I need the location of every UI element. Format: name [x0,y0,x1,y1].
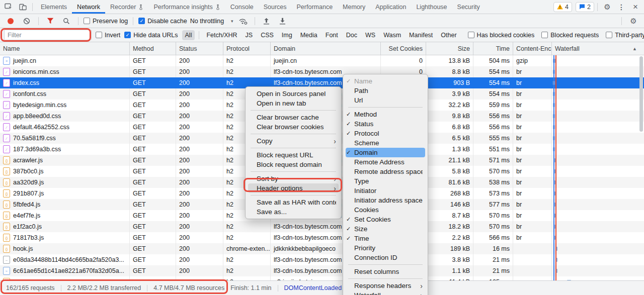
column-header-name[interactable]: Name [0,42,130,55]
preserve-log-checkbox[interactable]: Preserve log [84,18,128,25]
menu-item-copy[interactable]: Copy› [246,136,341,146]
invert-checkbox[interactable]: Invert [96,32,120,39]
throttling-dropdown[interactable]: No throttling ▾ [190,18,233,25]
column-header-domain[interactable]: Domain [271,42,381,55]
submenu-item-method[interactable]: ✓Method [343,110,428,119]
export-har-icon[interactable] [276,15,289,27]
submenu-item-connection-id[interactable]: Connection ID [343,253,428,262]
menu-item-header-options[interactable]: Header options› [248,183,339,193]
tab-security[interactable]: Security [452,0,485,14]
menu-item-clear-browser-cookies[interactable]: Clear browser cookies [246,122,341,132]
warnings-badge[interactable]: 4 [553,2,572,12]
network-settings-gear-icon[interactable]: ⚙ [627,15,640,27]
menu-item-save-as[interactable]: Save as... [246,207,341,217]
tab-elements[interactable]: Elements [36,0,72,14]
tab-network[interactable]: Network [72,0,105,14]
menu-item-open-in-new-tab[interactable]: Open in new tab [246,99,341,108]
column-header-set-cookies[interactable]: Set Cookies [381,42,426,55]
request-row[interactable]: ∕ionicons.min.cssGET200h2lf3-cdn-tos.byt… [0,66,644,77]
submenu-item-protocol[interactable]: ✓Protocol [343,129,428,138]
submenu-item-scheme[interactable]: Scheme [343,138,428,148]
menu-item-block-request-url[interactable]: Block request URL [246,150,341,160]
filter-type-other[interactable]: Other [438,30,459,40]
request-row[interactable]: {}hook.jsGET200chrome-exten...jdkknkkbeb… [0,243,644,254]
filter-funnel-icon[interactable] [44,15,57,27]
submenu-item-url[interactable]: Url [343,95,428,105]
submenu-item-remote-address[interactable]: Remote Address [343,157,428,167]
filter-type-manifest[interactable]: Manifest [406,30,436,40]
menu-item-open-in-sources-panel[interactable]: Open in Sources panel [246,89,341,99]
request-row[interactable]: ≡juejin.cnGET200h2juejin.cn013.8 kB504 m… [0,55,644,66]
filter-type-img[interactable]: Img [279,30,295,40]
submenu-item-status[interactable]: ✓Status [343,119,428,129]
submenu-item-type[interactable]: Type [343,176,428,186]
column-header-time[interactable]: Time [473,42,513,55]
submenu-item-waterfall[interactable]: Waterfall› [343,290,428,295]
checkbox-third-party-requests[interactable]: Third-party requests [606,32,644,39]
tab-memory[interactable]: Memory [338,0,370,14]
tab-performance[interactable]: Performance [292,0,338,14]
filter-input[interactable] [4,30,92,40]
tab-performance-insights[interactable]: Performance insights [148,0,225,14]
network-conditions-icon[interactable] [236,15,250,27]
submenu-item-response-headers[interactable]: Response headers› [343,281,428,290]
submenu-item-reset-columns[interactable]: Reset columns [343,267,428,276]
column-header-content-enc[interactable]: Content-Enc.. [513,42,552,55]
menu-item-save-all-as-har-with-content[interactable]: Save all as HAR with content [246,198,341,207]
menu-item-clear-browser-cache[interactable]: Clear browser cache [246,113,341,122]
clear-icon[interactable] [20,15,33,27]
column-header-protocol[interactable]: Protocol [223,42,271,55]
scrollbar-thumb[interactable] [639,56,643,132]
checkbox-blocked-requests[interactable]: Blocked requests [541,32,599,39]
issues-badge[interactable]: 2 [576,2,594,12]
filter-type-media[interactable]: Media [297,30,320,40]
submenu-item-remote-address-space[interactable]: Remote address space [343,167,428,176]
filter-type-css[interactable]: CSS [258,30,277,40]
inspect-element-icon[interactable] [2,1,15,13]
tab-recorder[interactable]: Recorder [105,0,148,14]
column-header-waterfall[interactable]: Waterfall▲ [552,42,644,55]
request-row[interactable]: {}GET200h2p3-juejin.byteimg.com11.4 kB12… [0,276,644,280]
kebab-menu-icon[interactable]: ⋮ [615,1,628,13]
search-icon[interactable] [60,15,73,27]
request-row[interactable]: ≈6c61ae65d1c41ae8221a670fa32d05a...GET20… [0,265,644,276]
menu-item-block-request-domain[interactable]: Block request domain [246,160,341,169]
submenu-item-priority[interactable]: Priority [343,243,428,253]
submenu-item-initiator[interactable]: Initiator [343,186,428,195]
column-header-status[interactable]: Status [176,42,223,55]
hide-data-urls-checkbox[interactable]: ✓ Hide data URLs [124,32,178,39]
tab-application[interactable]: Application [370,0,411,14]
disable-cache-checkbox[interactable]: ✓ Disable cache [138,18,187,25]
device-toolbar-icon[interactable] [16,1,29,13]
request-row[interactable]: {}71817b3.jsGET200h2lf3-cdn-tos.bytescm.… [0,232,644,243]
checkbox-has-blocked-cookies[interactable]: Has blocked cookies [468,32,535,39]
column-header-method[interactable]: Method [130,42,176,55]
filter-type-fetch-xhr[interactable]: Fetch/XHR [203,30,240,40]
submenu-item-size[interactable]: ✓Size [343,224,428,234]
submenu-item-path[interactable]: Path [343,86,428,95]
request-row[interactable]: {}e1f2ac0.jsGET200h2lf3-cdn-tos.bytescm.… [0,221,644,232]
close-icon[interactable]: × [629,1,642,13]
submenu-item-initiator-address-space[interactable]: Initiator address space [343,195,428,205]
record-button[interactable] [4,15,17,27]
menu-item-label: Header options [257,184,330,192]
tab-lighthouse[interactable]: Lighthouse [411,0,452,14]
submenu-item-domain[interactable]: ✓Domain [346,148,425,157]
menu-item-sort-by[interactable]: Sort by› [246,174,341,183]
submenu-item-set-cookies[interactable]: ✓Set Cookies [343,215,428,224]
request-row[interactable]: –e08da34488b114bd4c665ba2fa520a3...GET20… [0,254,644,265]
tab-console[interactable]: Console [225,0,259,14]
submenu-item-cookies[interactable]: Cookies [343,205,428,215]
filter-type-js[interactable]: JS [243,30,256,40]
filter-type-wasm[interactable]: Wasm [380,30,404,40]
column-header-size[interactable]: Size [426,42,473,55]
menu-item-label: Name [354,77,423,85]
import-har-icon[interactable] [260,15,273,27]
filter-type-font[interactable]: Font [323,30,341,40]
filter-type-ws[interactable]: WS [362,30,378,40]
filter-type-doc[interactable]: Doc [343,30,360,40]
settings-gear-icon[interactable]: ⚙ [601,1,614,13]
submenu-item-time[interactable]: ✓Time [343,234,428,243]
tab-sources[interactable]: Sources [259,0,292,14]
filter-type-all[interactable]: All [182,30,195,40]
